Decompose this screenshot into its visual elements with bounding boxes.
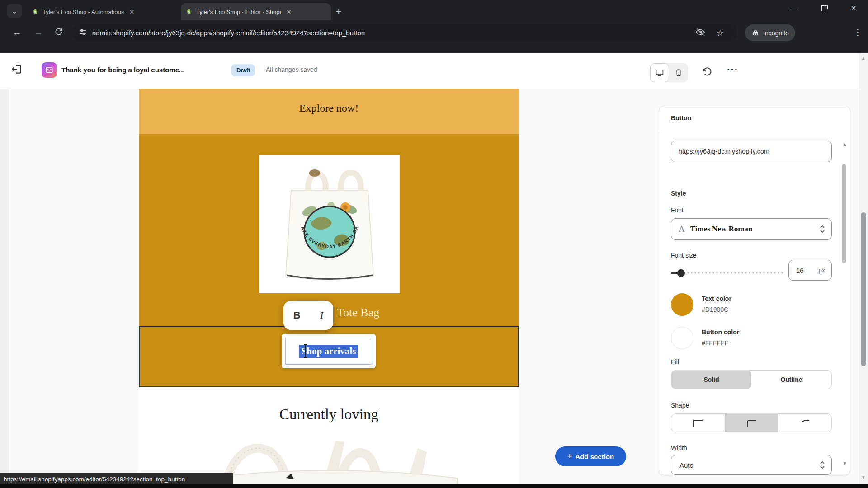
minimize-icon: —: [792, 5, 798, 12]
shopify-icon: S: [185, 8, 193, 15]
incognito-icon: [751, 29, 760, 37]
font-size-slider[interactable]: [671, 269, 784, 277]
lower-product-image[interactable]: [195, 435, 467, 488]
exit-button[interactable]: [11, 63, 23, 77]
exit-icon: [11, 63, 23, 75]
restore-icon: [821, 5, 827, 11]
fill-option-outline[interactable]: Outline: [751, 371, 831, 389]
add-section-label: Add section: [575, 453, 614, 460]
email-cta-button[interactable]: Shop arrivals: [282, 334, 376, 368]
scroll-down-icon[interactable]: ▼: [861, 475, 866, 480]
page-scrollbar[interactable]: ▲ ▼: [859, 53, 868, 484]
editor-toolbar: Thank you for being a loyal custome... D…: [0, 53, 868, 89]
eye-off-icon[interactable]: [695, 27, 705, 38]
status-badge: Draft: [231, 64, 255, 76]
close-icon: ✕: [851, 5, 856, 12]
url-text: admin.shopify.com/store/jy63jq-dc/apps/s…: [92, 29, 365, 37]
slider-handle[interactable]: [677, 269, 685, 277]
tab-search-button[interactable]: ⌄: [7, 4, 22, 18]
reload-icon[interactable]: [54, 27, 63, 38]
style-heading: Style: [671, 190, 686, 197]
email-icon: [42, 62, 57, 78]
text-color-swatch[interactable]: [671, 293, 693, 316]
chevron-updown-icon: [820, 460, 825, 469]
window-close-button[interactable]: ✕: [843, 0, 864, 16]
button-settings-panel: Button Style Font A Times New Roman Font…: [659, 106, 850, 475]
currently-loving-heading[interactable]: Currently loving: [139, 406, 519, 423]
close-icon[interactable]: ✕: [284, 8, 293, 16]
scrollbar-thumb[interactable]: [861, 212, 866, 366]
fill-segmented-control: Solid Outline: [671, 370, 832, 389]
new-tab-button[interactable]: +: [332, 5, 345, 18]
forward-icon[interactable]: →: [34, 28, 43, 37]
more-actions-button[interactable]: ···: [727, 64, 738, 76]
shape-label: Shape: [671, 402, 689, 409]
font-value: Times New Roman: [690, 225, 753, 234]
desktop-icon: [655, 68, 664, 77]
browser-chrome: ⌄ S Tyler's Eco Shop - Automations ✕ S T…: [0, 0, 868, 53]
incognito-badge: Incognito: [745, 24, 795, 41]
mobile-view-button[interactable]: [669, 63, 688, 82]
browser-menu-icon[interactable]: ⋮: [854, 27, 862, 38]
add-section-button[interactable]: + Add section: [555, 446, 626, 466]
pill-corner-icon: [800, 420, 809, 427]
text-format-popup: B I: [283, 301, 333, 330]
font-size-unit: px: [818, 267, 825, 274]
text-color-value: #D1900C: [702, 306, 728, 313]
svg-text:S: S: [188, 11, 190, 14]
status-url: https://email.shopifyapps.com/editor/542…: [4, 476, 185, 483]
window-minimize-button[interactable]: —: [784, 0, 805, 16]
close-icon[interactable]: ✕: [127, 8, 136, 16]
window-restore-button[interactable]: [814, 0, 835, 16]
button-color-label: Button color: [702, 328, 739, 336]
product-image[interactable]: MAKE EVERYDAY EARTH DAY: [259, 155, 400, 293]
button-color-swatch[interactable]: [671, 327, 693, 349]
shape-option-pill[interactable]: [778, 414, 831, 432]
button-url-input[interactable]: [671, 141, 832, 162]
mobile-icon: [675, 69, 683, 77]
font-size-input[interactable]: [795, 266, 811, 275]
screen: ⌄ S Tyler's Eco Shop - Automations ✕ S T…: [0, 0, 868, 488]
undo-icon: [702, 67, 712, 78]
plus-icon: +: [336, 7, 341, 17]
tab-title: Tyler's Eco Shop · Editor · Shopi: [196, 9, 281, 15]
address-bar[interactable]: admin.shopify.com/store/jy63jq-dc/apps/s…: [72, 24, 737, 41]
desktop-view-button[interactable]: [650, 63, 669, 82]
shopify-icon: S: [32, 8, 39, 15]
button-color-value: #FFFFFF: [702, 339, 728, 347]
panel-scrollbar-thumb[interactable]: [842, 164, 846, 263]
shape-option-rounded[interactable]: [725, 414, 778, 432]
panel-scroll-down-icon[interactable]: ▼: [843, 461, 847, 466]
tab-automations[interactable]: S Tyler's Eco Shop - Automations ✕: [27, 4, 172, 20]
explore-now-text[interactable]: Explore now!: [139, 102, 519, 114]
font-size-field[interactable]: px: [788, 260, 832, 281]
canvas-left-gutter: [0, 89, 9, 488]
panel-scroll-up-icon[interactable]: ▲: [843, 142, 847, 147]
product-caption[interactable]: Tote Bag: [337, 306, 379, 319]
font-select[interactable]: A Times New Roman: [671, 218, 832, 240]
site-settings-icon[interactable]: [79, 28, 87, 38]
square-corner-icon: [693, 420, 703, 427]
cta-text-field[interactable]: Shop arrivals: [285, 338, 372, 365]
rounded-corner-icon: [747, 420, 756, 427]
font-icon: A: [679, 224, 685, 234]
link-status-bar: https://email.shopifyapps.com/editor/542…: [0, 473, 233, 485]
italic-button[interactable]: I: [320, 310, 323, 321]
autosave-status: All changes saved: [266, 66, 317, 73]
shape-option-square[interactable]: [671, 414, 725, 432]
fill-option-solid[interactable]: Solid: [671, 371, 751, 389]
back-icon[interactable]: ←: [13, 28, 21, 37]
width-select[interactable]: Auto: [671, 455, 832, 475]
divider: [659, 131, 850, 131]
tab-editor[interactable]: S Tyler's Eco Shop · Editor · Shopi ✕: [181, 3, 331, 20]
bold-button[interactable]: B: [293, 310, 301, 321]
shape-segmented-control: [671, 413, 832, 432]
chevron-down-icon: ⌄: [11, 7, 17, 15]
viewport-toggle: [650, 63, 688, 82]
fill-label: Fill: [671, 358, 679, 366]
star-icon[interactable]: ☆: [716, 28, 724, 38]
email-section-explore[interactable]: Explore now!: [139, 89, 519, 134]
undo-button[interactable]: [702, 67, 712, 80]
width-value: Auto: [679, 461, 693, 469]
scroll-up-icon[interactable]: ▲: [861, 56, 866, 61]
